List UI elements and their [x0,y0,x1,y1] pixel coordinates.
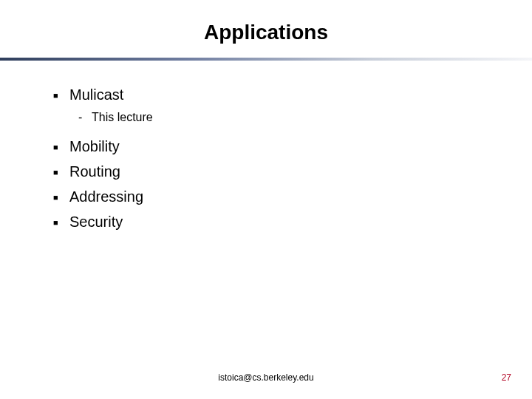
footer-text: istoica@cs.berkeley.edu [0,372,532,383]
list-item-text: Security [69,210,123,233]
list-item: ■ Mulicast [53,83,532,106]
list-item-text: Mobility [69,134,120,158]
list-subitem-text: This lecture [92,108,153,127]
slide-content: ■ Mulicast - This lecture ■ Mobility ■ R… [0,61,532,233]
page-number: 27 [502,372,511,383]
square-bullet-icon: ■ [53,191,69,205]
list-item: ■ Addressing [53,185,532,208]
list-item: ■ Security [53,210,532,233]
square-bullet-icon: ■ [53,216,69,230]
square-bullet-icon: ■ [53,89,69,103]
list-item-text: Addressing [69,185,143,208]
dash-bullet-icon: - [78,108,92,127]
list-item: ■ Routing [53,160,532,183]
list-item-text: Mulicast [69,83,123,106]
slide: Applications ■ Mulicast - This lecture ■… [0,0,532,399]
slide-title: Applications [0,0,532,58]
list-subitem: - This lecture [53,108,532,127]
list-item: ■ Mobility [53,134,532,158]
list-item-text: Routing [69,160,120,183]
square-bullet-icon: ■ [53,141,69,154]
square-bullet-icon: ■ [53,166,69,180]
